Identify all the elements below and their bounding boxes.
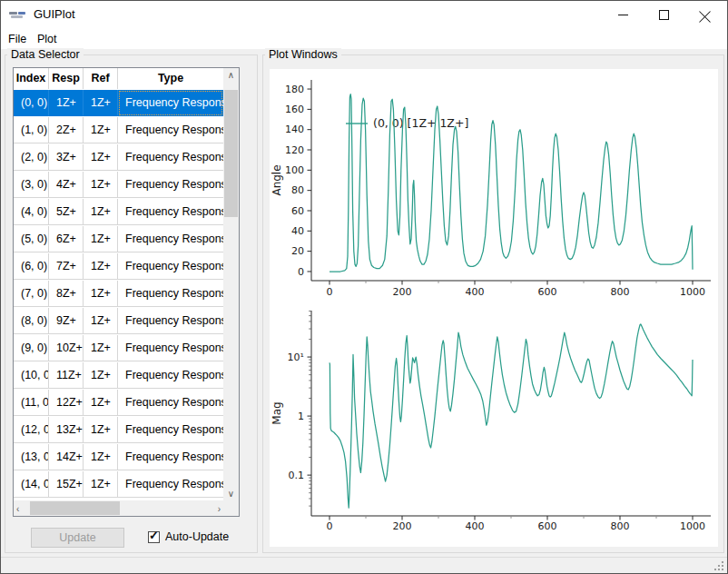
data-table[interactable]: IndexRespRefType (0, 0)1Z+1Z+Frequency R…	[13, 67, 240, 517]
scroll-down-icon[interactable]: ∨	[223, 489, 239, 499]
table-row[interactable]: (1, 0)2Z+1Z+Frequency Response F	[14, 117, 223, 144]
scrollbar-corner	[223, 500, 239, 516]
cell-type: Frequency Response F	[118, 444, 223, 470]
scroll-left-icon[interactable]: ‹	[16, 501, 19, 517]
cell-index: (14, 0)	[14, 471, 49, 498]
table-row[interactable]: (8, 0)9Z+1Z+Frequency Response F	[14, 308, 223, 335]
cell-index: (2, 0)	[14, 144, 49, 171]
cell-type: Frequency Response F	[118, 281, 223, 307]
cell-index: (13, 0)	[14, 444, 49, 470]
y-tick-label: 0	[298, 266, 304, 278]
y-tick-label: 160	[285, 104, 304, 115]
y-tick-label: 1	[298, 411, 304, 422]
cell-resp: 14Z+	[49, 444, 84, 470]
horizontal-scrollbar[interactable]: ‹ ›	[14, 500, 223, 516]
vertical-scrollbar[interactable]: ∧ ∨	[223, 68, 239, 500]
table-row[interactable]: (0, 0)1Z+1Z+Frequency Response F	[14, 90, 223, 117]
data-selector-label: Data Selector	[7, 48, 84, 61]
table-row[interactable]: (7, 0)8Z+1Z+Frequency Response F	[14, 281, 223, 308]
auto-update-label: Auto-Update	[165, 530, 229, 543]
cell-ref: 1Z+	[84, 308, 118, 334]
cell-resp: 10Z+	[49, 335, 84, 361]
cell-resp: 3Z+	[49, 144, 84, 171]
vertical-scrollbar-thumb[interactable]	[224, 90, 238, 217]
cell-ref: 1Z+	[84, 226, 118, 252]
x-tick-label: 200	[393, 520, 412, 532]
minimize-button[interactable]	[603, 1, 644, 29]
minimize-icon	[618, 15, 628, 15]
y-tick-label: 10¹	[288, 351, 304, 363]
frf-curve	[330, 324, 693, 508]
cell-index: (4, 0)	[14, 199, 49, 225]
horizontal-scrollbar-thumb[interactable]	[30, 501, 120, 515]
cell-index: (7, 0)	[14, 281, 49, 307]
titlebar: GUIPlot	[1, 1, 727, 29]
cell-ref: 1Z+	[84, 144, 118, 171]
cell-type: Frequency Response F	[118, 362, 223, 389]
close-icon	[699, 9, 711, 21]
cell-type: Frequency Response F	[118, 144, 223, 171]
x-tick-label: 0	[327, 286, 333, 298]
column-header-ref[interactable]: Ref	[84, 68, 118, 89]
cell-index: (12, 0)	[14, 417, 49, 443]
maximize-icon	[659, 10, 669, 20]
cell-type: Frequency Response F	[118, 335, 223, 361]
x-tick-label: 200	[393, 286, 412, 298]
table-row[interactable]: (10, 0)11Z+1Z+Frequency Response F	[14, 362, 223, 390]
x-tick-label: 800	[611, 286, 630, 298]
cell-resp: 9Z+	[49, 308, 84, 334]
cell-ref: 1Z+	[84, 390, 118, 416]
x-tick-label: 400	[466, 520, 485, 532]
column-header-index[interactable]: Index	[14, 68, 49, 89]
scroll-right-icon[interactable]: ›	[218, 501, 221, 517]
table-row[interactable]: (4, 0)5Z+1Z+Frequency Response F	[14, 199, 223, 226]
close-button[interactable]	[684, 1, 725, 29]
resize-grip-icon[interactable]	[713, 559, 723, 570]
cell-ref: 1Z+	[84, 335, 118, 361]
table-row[interactable]: (12, 0)13Z+1Z+Frequency Response F	[14, 417, 223, 444]
menu-plot[interactable]: Plot	[31, 29, 64, 49]
cell-index: (10, 0)	[14, 362, 49, 389]
table-row[interactable]: (9, 0)10Z+1Z+Frequency Response F	[14, 335, 223, 362]
x-tick-label: 1000	[680, 520, 705, 532]
cell-type: Frequency Response F	[118, 117, 223, 144]
cell-type: Frequency Response F	[118, 253, 223, 280]
column-header-type[interactable]: Type	[118, 68, 223, 89]
app-window: GUIPlot File Plot Data Selector IndexRes…	[0, 0, 728, 574]
cell-ref: 1Z+	[84, 281, 118, 307]
cell-type: Frequency Response F	[118, 226, 223, 252]
y-tick-label: 20	[291, 245, 304, 257]
cell-ref: 1Z+	[84, 90, 118, 116]
table-row[interactable]: (5, 0)6Z+1Z+Frequency Response F	[14, 226, 223, 253]
mag-plot: 020040060080010000.1110¹Mag	[271, 311, 711, 532]
cell-ref: 1Z+	[84, 362, 118, 389]
legend-label: (0, 0) [1Z+ 1Z+]	[373, 116, 468, 130]
maximize-button[interactable]	[644, 1, 684, 29]
x-tick-label: 600	[538, 520, 557, 532]
update-button[interactable]: Update	[31, 528, 124, 548]
auto-update-checkbox[interactable]	[148, 531, 160, 543]
table-row[interactable]: (3, 0)4Z+1Z+Frequency Response F	[14, 172, 223, 199]
table-row[interactable]: (6, 0)7Z+1Z+Frequency Response F	[14, 253, 223, 281]
table-row[interactable]: (11, 0)12Z+1Z+Frequency Response F	[14, 390, 223, 417]
frf-plots-figure: 0200400600800100002040608010012014016018…	[270, 69, 718, 547]
table-row[interactable]: (2, 0)3Z+1Z+Frequency Response F	[14, 144, 223, 172]
cell-resp: 6Z+	[49, 226, 84, 252]
menu-file[interactable]: File	[2, 29, 33, 49]
cell-resp: 7Z+	[49, 253, 84, 280]
cell-ref: 1Z+	[84, 199, 118, 225]
menubar: File Plot	[1, 29, 727, 49]
cell-resp: 4Z+	[49, 172, 84, 198]
scroll-up-icon[interactable]: ∧	[223, 70, 239, 80]
table-row[interactable]: (14, 0)15Z+1Z+Frequency Response F	[14, 471, 223, 499]
y-tick-label: 60	[291, 205, 304, 217]
cell-resp: 12Z+	[49, 390, 84, 416]
table-row[interactable]: (13, 0)14Z+1Z+Frequency Response F	[14, 444, 223, 471]
x-tick-label: 0	[327, 520, 333, 532]
plot-windows-label: Plot Windows	[265, 48, 341, 61]
cell-resp: 1Z+	[49, 90, 84, 116]
cell-resp: 8Z+	[49, 281, 84, 307]
statusbar-divider	[1, 557, 727, 558]
cell-index: (0, 0)	[14, 90, 49, 116]
column-header-resp[interactable]: Resp	[49, 68, 84, 89]
